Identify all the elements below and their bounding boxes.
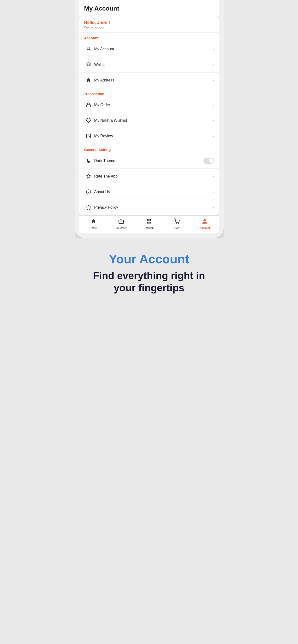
shield-icon [84,203,93,212]
order-icon [84,100,93,109]
heart-icon [84,116,93,125]
bottom-nav: Home My Order [79,216,219,233]
chevron-icon: › [213,205,214,210]
greeting-subtitle: Welcome back [84,26,214,29]
wishlist-label: My Nakhra Wishlist [94,118,213,123]
menu-item-rate-app[interactable]: Rate The App › [79,169,219,184]
category-nav-icon [146,218,152,226]
nav-category[interactable]: Category [135,218,163,230]
svg-marker-8 [86,174,90,178]
order-nav-label: My Order [116,226,127,229]
nav-account[interactable]: Account [191,218,219,230]
svg-point-21 [179,223,179,224]
menu-item-order[interactable]: My Order › [79,97,219,113]
svg-point-12 [88,207,89,208]
phone-header: My Account [79,0,219,16]
chevron-icon: › [213,134,214,138]
phone-mockup: My Account Hello, Jhon ! Welcome back Ac… [75,0,224,238]
svg-rect-18 [147,222,148,224]
address-label: My Address [94,78,213,82]
svg-rect-19 [150,222,151,224]
order-label: My Order [94,103,213,107]
nav-cart[interactable]: Cart [163,218,191,230]
privacy-policy-label: Privacy Policy [94,205,213,210]
account-nav-label: Account [199,226,210,229]
home-nav-label: Home [90,226,97,229]
nav-my-order[interactable]: My Order [107,218,135,230]
wallet-icon [84,60,93,69]
home-icon [84,76,93,84]
promo-subtitle: Find everything right in your fingertips [82,270,216,294]
svg-rect-2 [86,105,90,107]
menu-item-my-account[interactable]: My Account › [79,42,219,57]
svg-point-20 [176,223,176,224]
home-nav-icon [90,218,96,226]
phone-content: Hello, Jhon ! Welcome back Account My Ac… [79,16,219,216]
chevron-icon: › [213,118,214,123]
page-wrapper: My Account Hello, Jhon ! Welcome back Ac… [75,0,224,644]
chevron-icon: › [213,78,214,82]
chevron-icon: › [213,190,214,194]
person-icon [84,45,93,54]
section-transaction-header: Transaction [79,88,219,97]
review-label: My Review [94,134,213,138]
account-nav-icon [202,218,208,226]
menu-item-review[interactable]: My Review › [79,128,219,144]
svg-rect-17 [150,219,151,221]
menu-item-wishlist[interactable]: My Nakhra Wishlist › [79,113,219,128]
dark-theme-toggle[interactable] [203,158,214,164]
section-account-header: Account [79,32,219,42]
review-icon [84,132,93,140]
about-us-label: About Us [94,190,213,194]
menu-item-address[interactable]: My Address › [79,72,219,88]
chevron-icon: › [213,62,214,67]
promo-title: Your Account [82,252,216,266]
greeting-section: Hello, Jhon ! Welcome back [79,16,219,32]
info-icon [84,188,93,196]
cart-nav-icon [174,218,180,226]
menu-item-dark-theme[interactable]: Dark Theme [79,153,219,169]
moon-icon [84,156,93,165]
wallet-label: Wallet [94,62,213,67]
star-icon [84,172,93,181]
my-account-label: My Account [94,47,213,51]
promo-section: Your Account Find everything right in yo… [75,238,224,308]
order-nav-icon [118,218,124,226]
menu-item-privacy-policy[interactable]: Privacy Policy › [79,200,219,216]
nav-home[interactable]: Home [79,218,107,230]
svg-point-1 [87,63,90,64]
dark-theme-label: Dark Theme [94,158,203,163]
svg-rect-16 [147,219,148,221]
section-general-header: General Setting [79,144,219,153]
greeting-name: Hello, Jhon ! [84,20,214,25]
chevron-icon: › [213,174,214,178]
category-nav-label: Category [144,226,155,229]
chevron-icon: › [213,103,214,107]
chevron-icon: › [213,47,214,51]
rate-app-label: Rate The App [94,174,213,178]
page-title: My Account [84,5,214,16]
menu-item-wallet[interactable]: Wallet › [79,57,219,72]
cart-nav-label: Cart [175,226,180,229]
menu-item-about-us[interactable]: About Us › [79,184,219,200]
svg-point-0 [88,47,89,49]
